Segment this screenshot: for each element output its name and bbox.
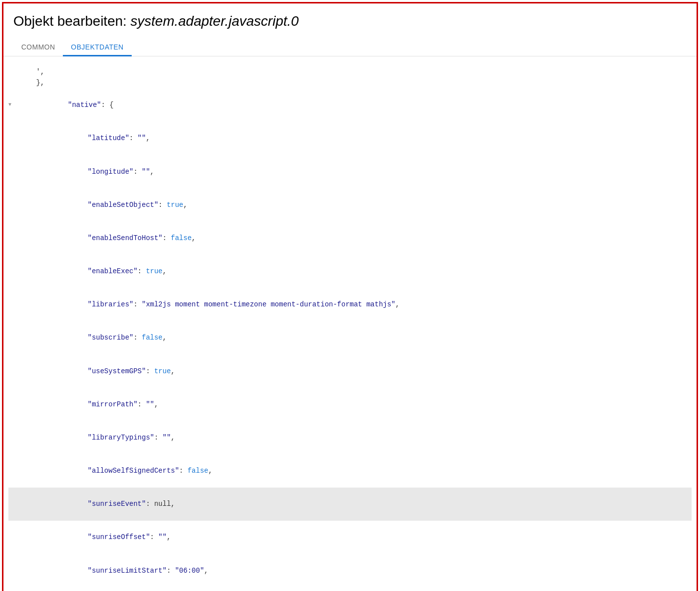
code-line: "sunriseOffset": "", bbox=[8, 521, 692, 554]
collapse-placeholder bbox=[8, 234, 16, 242]
collapse-placeholder bbox=[8, 367, 16, 375]
code-line: "longitude": "", bbox=[8, 155, 692, 188]
code-line: "sunriseLimitEnd": "12:00", bbox=[8, 587, 692, 591]
title-italic: system.adapter.javascript.0 bbox=[131, 13, 299, 29]
code-line: "enableSendToHost": false, bbox=[8, 221, 692, 254]
page-title: Objekt bearbeiten: system.adapter.javasc… bbox=[3, 3, 697, 34]
collapse-placeholder bbox=[8, 68, 16, 76]
collapse-placeholder bbox=[8, 400, 16, 408]
collapse-arrow-icon[interactable]: ▼ bbox=[8, 101, 16, 109]
main-container: Objekt bearbeiten: system.adapter.javasc… bbox=[2, 2, 698, 591]
code-line: "enableExec": true, bbox=[8, 255, 692, 288]
tabs-container: COMMON OBJEKTDATEN bbox=[3, 34, 697, 56]
collapse-placeholder bbox=[8, 467, 16, 475]
code-editor: ', }, ▼ "native": { "latitude": "", bbox=[3, 66, 697, 591]
collapse-placeholder bbox=[8, 567, 16, 575]
tab-objektdaten[interactable]: OBJEKTDATEN bbox=[63, 39, 131, 56]
code-line: "enableSetObject": true, bbox=[8, 188, 692, 221]
code-line: "libraryTypings": "", bbox=[8, 421, 692, 454]
collapse-placeholder bbox=[8, 135, 16, 143]
collapse-placeholder bbox=[8, 534, 16, 542]
collapse-placeholder bbox=[8, 79, 16, 87]
code-line: "latitude": "", bbox=[8, 122, 692, 155]
collapse-placeholder bbox=[8, 267, 16, 275]
code-line-native: ▼ "native": { bbox=[8, 89, 692, 122]
collapse-placeholder bbox=[8, 334, 16, 342]
content-area: ', }, ▼ "native": { "latitude": "", bbox=[3, 61, 697, 591]
code-line: "useSystemGPS": true, bbox=[8, 354, 692, 388]
code-line: "mirrorPath": "", bbox=[8, 388, 692, 421]
collapse-placeholder bbox=[8, 300, 16, 308]
code-line: }, bbox=[8, 77, 692, 88]
collapse-placeholder bbox=[8, 500, 16, 508]
code-line: "sunriseLimitStart": "06:00", bbox=[8, 554, 692, 587]
collapse-placeholder bbox=[8, 168, 16, 176]
tab-common[interactable]: COMMON bbox=[13, 39, 63, 56]
code-line: "libraries": "xml2js moment moment-timez… bbox=[8, 288, 692, 321]
code-line: "allowSelfSignedCerts": false, bbox=[8, 454, 692, 488]
title-static: Objekt bearbeiten: bbox=[13, 13, 131, 29]
collapse-placeholder bbox=[8, 434, 16, 442]
code-line: ', bbox=[8, 66, 692, 77]
code-line: "subscribe": false, bbox=[8, 321, 692, 354]
collapse-placeholder bbox=[8, 201, 16, 209]
code-line-sunrise-event: "sunriseEvent": null, bbox=[8, 488, 692, 521]
